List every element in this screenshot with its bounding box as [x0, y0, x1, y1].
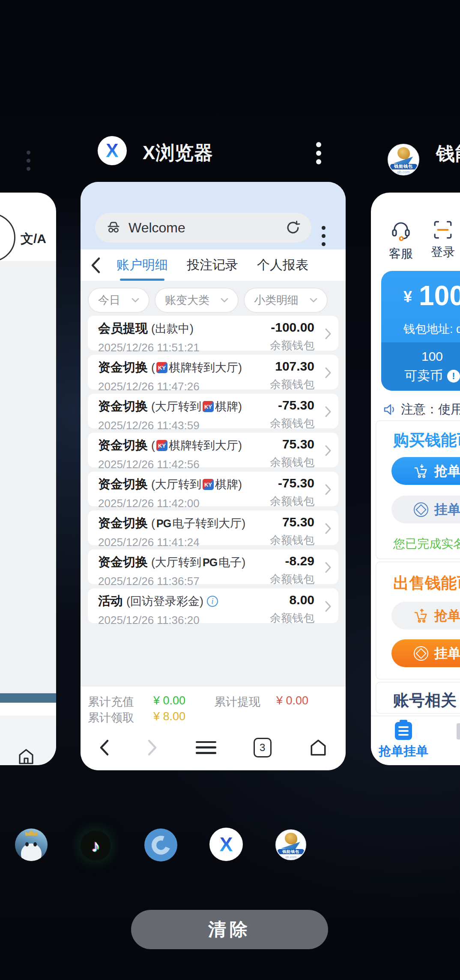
dock-icon-penguin-game[interactable]: [15, 829, 48, 861]
wallet-app-card[interactable]: 客服 登录 ¥ 100 钱包地址: qn46cb 100 可卖币 !: [371, 193, 460, 765]
nav-forward-icon[interactable]: [147, 739, 158, 756]
login-button[interactable]: 登录: [431, 220, 455, 260]
customer-service-button[interactable]: 客服: [389, 219, 413, 262]
transaction-subtitle-text: (大厅转到: [151, 399, 201, 414]
dock-icon-x-browser[interactable]: X: [209, 828, 243, 861]
orders-clipboard-icon[interactable]: [395, 722, 412, 740]
transaction-subtitle-text: 电子转到大厅): [172, 516, 245, 531]
withdraw-label: 累计提现: [214, 694, 260, 710]
chevron-right-icon[interactable]: [325, 561, 332, 573]
home-icon[interactable]: [18, 748, 34, 765]
dock-icon-c-browser[interactable]: [144, 829, 177, 861]
browser-app-card[interactable]: Welcome 账户明细 投注记录 个人报表 今日: [81, 182, 346, 770]
chevron-right-icon[interactable]: [325, 523, 332, 535]
chevron-right-icon[interactable]: [325, 484, 332, 496]
url-bar[interactable]: Welcome: [95, 213, 311, 243]
filter-subcategory[interactable]: 小类明细: [244, 288, 328, 313]
transaction-row[interactable]: 会员提现 (出款中) 2025/12/26 11:51:21 -100.00 余…: [88, 316, 338, 350]
left-card-body: [0, 261, 56, 693]
wallet-logo-band: 钱能钱包: [278, 849, 304, 855]
penguin-belly: [21, 843, 41, 861]
page-back-icon[interactable]: [90, 257, 101, 274]
post-buy-button[interactable]: 挂单买: [391, 496, 460, 523]
transaction-subtitle-text: (出款中): [151, 321, 194, 336]
nav-back-icon[interactable]: [99, 739, 110, 756]
filter-date[interactable]: 今日: [88, 288, 149, 313]
chevron-right-icon[interactable]: [325, 367, 332, 379]
transaction-subtitle-text: (大厅转到: [151, 477, 201, 492]
transaction-row[interactable]: 资金切换 ( KY 棋牌转到大厅) 2025/12/26 11:47:26 10…: [88, 355, 338, 389]
headset-icon: [391, 219, 411, 241]
grab-sell-button[interactable]: 抢单卖: [391, 602, 460, 630]
filter-category[interactable]: 账变大类: [155, 288, 239, 313]
info-icon[interactable]: i: [207, 596, 218, 607]
nav-menu-icon[interactable]: [196, 741, 216, 754]
left-app-card[interactable]: 文/A: [0, 193, 56, 765]
transaction-row[interactable]: 资金切换 (大厅转到 KY 棋牌) 2025/12/26 11:42:00 -7…: [88, 472, 338, 506]
transaction-title: 资金切换: [98, 359, 148, 376]
transaction-title: 资金切换: [98, 515, 148, 532]
transaction-row[interactable]: 资金切换 ( PG 电子转到大厅) 2025/12/26 11:41:24 75…: [88, 511, 338, 545]
transaction-row[interactable]: 资金切换 (大厅转到 PG 电子) 2025/12/26 11:36:57 -8…: [88, 549, 338, 584]
transaction-subtitle: ( KY 棋牌转到大厅): [151, 438, 242, 453]
transaction-row[interactable]: 活动 (回访登录彩金) i 2025/12/26 11:36:20 8.00 余…: [88, 588, 338, 623]
speaker-icon: [383, 403, 397, 416]
transaction-title: 活动: [98, 593, 123, 610]
orders-tab-label[interactable]: 抢单挂单: [375, 743, 432, 760]
post-sell-label: 挂单卖: [434, 644, 460, 662]
nav-tabs-icon[interactable]: 3: [254, 738, 272, 757]
browser-overflow-menu-icon[interactable]: [322, 224, 326, 248]
transaction-wallet-label: 余额钱包: [270, 377, 314, 392]
grab-buy-button[interactable]: 抢单买: [391, 457, 460, 485]
browser-app-menu-icon[interactable]: [316, 140, 321, 166]
sellable-label: 可卖币: [404, 367, 443, 385]
left-app-menu-icon[interactable]: [27, 148, 30, 173]
transaction-title: 资金切换: [98, 437, 148, 454]
transaction-wallet-label: 余额钱包: [270, 338, 314, 353]
refresh-icon[interactable]: [285, 220, 301, 236]
translate-icon[interactable]: 文/A: [21, 230, 46, 248]
cart-buy-icon: [414, 464, 428, 478]
diamond-icon: [414, 646, 428, 661]
transaction-subtitle-text: (: [151, 517, 155, 530]
browser-toolbar: Welcome: [81, 182, 346, 249]
account-section-title: 账号相关: [393, 690, 457, 711]
chevron-right-icon[interactable]: [325, 406, 332, 418]
music-note-icon: ♪: [91, 836, 100, 855]
nav-home-icon[interactable]: [309, 739, 328, 757]
balance-amount: 100: [419, 282, 460, 309]
browser-app-title: X浏览器: [143, 140, 213, 166]
clear-all-button[interactable]: 清除: [131, 910, 328, 949]
transaction-row[interactable]: 资金切换 (大厅转到 KY 棋牌) 2025/12/26 11:43:59 -7…: [88, 394, 338, 428]
dock-icon-tiktok[interactable]: ♪: [81, 831, 111, 861]
wallet-address: 钱包地址: qn46cb: [403, 321, 460, 337]
tab-account-detail[interactable]: 账户明细: [116, 250, 168, 280]
transaction-amount: 75.30: [270, 515, 314, 529]
balance-panel: ¥ 100 钱包地址: qn46cb 100 可卖币 !: [381, 271, 460, 391]
wallet-app-logo-icon: 钱能钱包 qb.com: [388, 144, 419, 175]
transaction-row[interactable]: 资金切换 ( KY 棋牌转到大厅) 2025/12/26 11:42:56 75…: [88, 433, 338, 467]
transaction-subtitle: (回访登录彩金): [126, 594, 203, 609]
chevron-right-icon[interactable]: [325, 600, 332, 612]
provider-logo-icon: KY: [156, 362, 167, 373]
account-detail-content: 今日 账变大类 小类明细 会员提现 (出款中): [81, 281, 346, 686]
transaction-subtitle-text: 棋牌): [215, 399, 242, 414]
post-sell-button[interactable]: 挂单卖: [391, 639, 460, 667]
transaction-subtitle-text: (: [151, 361, 155, 374]
chevron-down-icon: [221, 298, 228, 303]
tab-personal-report[interactable]: 个人报表: [257, 250, 308, 280]
chevron-right-icon[interactable]: [325, 445, 332, 457]
clear-all-label: 清除: [208, 918, 251, 941]
transaction-amount: 8.00: [270, 593, 314, 607]
page-tab-bar: 账户明细 投注记录 个人报表: [81, 249, 346, 281]
transaction-subtitle: ( KY 棋牌转到大厅): [151, 360, 242, 375]
exclamation-icon[interactable]: !: [447, 370, 460, 383]
chevron-right-icon[interactable]: [325, 328, 332, 340]
dock-icon-qianneng-wallet[interactable]: 钱能钱包 qb.com: [275, 829, 306, 860]
tab-bet-records[interactable]: 投注记录: [187, 250, 238, 280]
withdraw-value: ¥ 0.00: [276, 694, 308, 707]
second-tab-fragment-icon[interactable]: [457, 723, 460, 739]
left-card-footer: [0, 716, 56, 765]
sellable-panel: 100 可卖币 !: [381, 342, 460, 391]
transaction-subtitle-text: (: [151, 439, 155, 452]
